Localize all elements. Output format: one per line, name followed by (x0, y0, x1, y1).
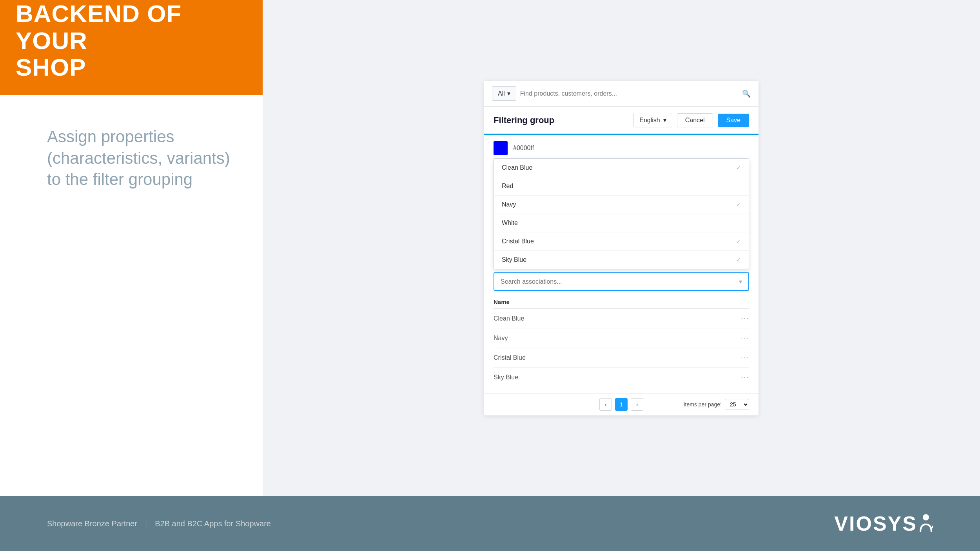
color-picker-row: #0000ff (484, 135, 759, 155)
all-label: All (498, 90, 505, 97)
search-input[interactable] (520, 90, 738, 97)
row-actions-button[interactable]: ··· (741, 314, 749, 323)
search-all-button[interactable]: All ▾ (492, 86, 516, 101)
prev-page-button[interactable]: ‹ (599, 398, 612, 411)
table-header: Name (494, 294, 749, 309)
footer-text: Shopware Bronze Partner | B2B and B2C Ap… (47, 519, 271, 528)
language-label: English (639, 117, 660, 124)
page-wrapper: BACKEND OF YOUR SHOP Assign properties (… (0, 0, 980, 551)
page-1-button[interactable]: 1 (615, 398, 628, 411)
items-per-page-select[interactable]: 25 50 100 (725, 399, 749, 410)
row-actions-button[interactable]: ··· (741, 353, 749, 362)
main-content: BACKEND OF YOUR SHOP Assign properties (… (0, 0, 980, 496)
cancel-button[interactable]: Cancel (677, 113, 713, 127)
table-body: Clean Blue ··· Navy ··· Cristal Blue ··· (494, 309, 749, 387)
hero-title: BACKEND OF YOUR SHOP (16, 0, 247, 81)
col-name-header: Name (494, 299, 749, 305)
svg-line-1 (931, 524, 933, 528)
left-panel: BACKEND OF YOUR SHOP Assign properties (… (0, 0, 263, 496)
color-swatch[interactable] (494, 141, 508, 155)
check-icon: ✓ (736, 257, 741, 263)
chevron-down-icon: ▾ (663, 116, 666, 124)
table-row: Sky Blue ··· (494, 368, 749, 387)
table-row: Clean Blue ··· (494, 309, 749, 328)
footer: Shopware Bronze Partner | B2B and B2C Ap… (0, 496, 980, 551)
page-title: Filtering group (494, 115, 554, 125)
check-icon: ✓ (736, 201, 741, 208)
dropdown-item-cristal-blue[interactable]: Cristal Blue ✓ (494, 232, 749, 251)
table-row: Cristal Blue ··· (494, 348, 749, 368)
dropdown-item-red[interactable]: Red (494, 177, 749, 196)
right-panel: All ▾ 🔍 Filtering group English ▾ Cancel (263, 0, 980, 496)
search-assoc-container: ▾ (494, 272, 749, 291)
save-button[interactable]: Save (718, 114, 749, 127)
left-text-area: Assign properties (characteristics, vari… (0, 95, 263, 206)
row-actions-button[interactable]: ··· (741, 334, 749, 342)
table-row: Navy ··· (494, 328, 749, 348)
admin-card: All ▾ 🔍 Filtering group English ▾ Cancel (484, 81, 759, 415)
chevron-down-icon: ▾ (739, 278, 742, 285)
row-actions-button[interactable]: ··· (741, 373, 749, 381)
search-assoc-input[interactable] (501, 278, 739, 285)
check-icon: ✓ (736, 165, 741, 171)
dropdown-list: Clean Blue ✓ Red Navy ✓ White (494, 158, 749, 269)
header-row: Filtering group English ▾ Cancel Save (484, 107, 759, 135)
check-icon: ✓ (736, 238, 741, 245)
orange-hero: BACKEND OF YOUR SHOP (0, 0, 263, 95)
dropdown-item-white[interactable]: White (494, 214, 749, 232)
left-subtitle: Assign properties (characteristics, vari… (47, 126, 247, 190)
logo-text: VIOSYS (834, 512, 917, 535)
viosys-logo: VIOSYS (834, 512, 933, 535)
search-icon[interactable]: 🔍 (742, 89, 751, 98)
header-actions: English ▾ Cancel Save (633, 113, 749, 127)
dropdown-item-clean-blue[interactable]: Clean Blue ✓ (494, 159, 749, 177)
dropdown-item-navy[interactable]: Navy ✓ (494, 196, 749, 214)
search-assoc-row: ▾ (484, 269, 759, 294)
search-bar: All ▾ 🔍 (484, 81, 759, 107)
next-page-button[interactable]: › (631, 398, 643, 411)
chevron-down-icon: ▾ (507, 90, 510, 97)
svg-point-0 (923, 514, 929, 520)
dropdown-item-sky-blue[interactable]: Sky Blue ✓ (494, 251, 749, 269)
logo-person-icon (919, 513, 933, 535)
color-dropdown: Clean Blue ✓ Red Navy ✓ White (494, 158, 749, 269)
table-section: Name Clean Blue ··· Navy ··· Cristal Blu… (484, 294, 759, 393)
pagination-row: ‹ 1 › Items per page: 25 50 100 (484, 393, 759, 415)
color-hex-value: #0000ff (513, 145, 534, 152)
language-select[interactable]: English ▾ (633, 113, 672, 127)
items-per-page: Items per page: 25 50 100 (684, 399, 749, 410)
